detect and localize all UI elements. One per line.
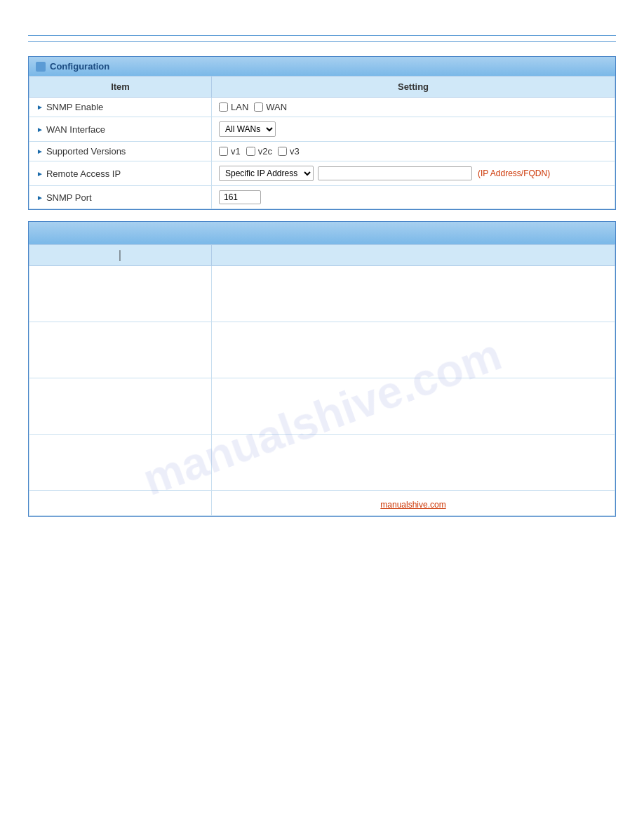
info-row-5: manualshive.com bbox=[29, 491, 615, 516]
row-arrow-snmp-enable: ► bbox=[36, 103, 43, 111]
v2c-text: v2c bbox=[258, 146, 272, 157]
bottom-link[interactable]: manualshive.com bbox=[380, 500, 445, 510]
row-arrow-port: ► bbox=[36, 194, 43, 201]
config-header-label: Configuration bbox=[50, 61, 109, 72]
snmp-enable-lan-checkbox[interactable] bbox=[219, 102, 228, 112]
v3-checkbox[interactable] bbox=[278, 147, 287, 156]
info-row-2 bbox=[29, 322, 615, 378]
remote-access-ip-select[interactable]: Specific IP Address bbox=[219, 166, 314, 181]
remote-access-ip-input[interactable] bbox=[318, 166, 472, 180]
snmp-enable-label: SNMP Enable bbox=[46, 102, 103, 112]
info-row-4-col1 bbox=[29, 435, 212, 491]
info-row-3 bbox=[29, 378, 615, 435]
info-header bbox=[29, 222, 615, 244]
snmp-enable-wan-text: WAN bbox=[266, 102, 287, 112]
snmp-enable-checkboxes: LAN WAN bbox=[219, 102, 608, 112]
mid-divider bbox=[28, 41, 616, 42]
row-supported-versions: ► Supported Versions v1 v2c bbox=[29, 142, 615, 161]
v3-text: v3 bbox=[290, 146, 300, 157]
config-table-wrapper: Configuration Item Setting ► SNMP Enable bbox=[28, 56, 616, 210]
info-row-3-col2 bbox=[212, 378, 615, 435]
snmp-enable-lan-text: LAN bbox=[231, 102, 248, 112]
wan-interface-label: WAN Interface bbox=[46, 124, 105, 135]
row-snmp-port: ► SNMP Port bbox=[29, 186, 615, 209]
ip-hint: (IP Address/FQDN) bbox=[478, 168, 550, 178]
v1-checkbox[interactable] bbox=[219, 147, 228, 156]
info-row-1-col2 bbox=[212, 266, 615, 322]
info-table-wrapper: │ bbox=[28, 221, 616, 517]
bottom-link-cell: manualshive.com bbox=[219, 499, 608, 510]
remote-access-ip-label: Remote Access IP bbox=[46, 168, 121, 179]
wan-interface-select[interactable]: All WANs bbox=[219, 121, 276, 137]
info-row-4-col2 bbox=[212, 435, 615, 491]
row-wan-interface: ► WAN Interface All WANs bbox=[29, 117, 615, 142]
row-remote-access-ip: ► Remote Access IP Specific IP Address (… bbox=[29, 161, 615, 186]
info-col2-header bbox=[212, 245, 615, 266]
supported-versions-label-cell: ► Supported Versions bbox=[36, 146, 204, 157]
remote-access-ip-label-cell: ► Remote Access IP bbox=[36, 168, 204, 179]
supported-versions-label: Supported Versions bbox=[46, 146, 126, 157]
config-table: Item Setting ► SNMP Enable bbox=[29, 76, 615, 209]
row-arrow-remote: ► bbox=[36, 170, 43, 178]
info-row-3-col1 bbox=[29, 378, 212, 435]
col-setting-header: Setting bbox=[212, 77, 615, 98]
info-row-5-col2: manualshive.com bbox=[212, 491, 615, 516]
snmp-port-input[interactable] bbox=[219, 190, 261, 204]
info-row-1-col1 bbox=[29, 266, 212, 322]
info-table: │ bbox=[29, 244, 615, 516]
remote-access-ip-setting: Specific IP Address (IP Address/FQDN) bbox=[219, 166, 608, 181]
row-arrow-wan: ► bbox=[36, 126, 43, 133]
snmp-enable-wan-label[interactable]: WAN bbox=[254, 102, 287, 112]
info-row-1 bbox=[29, 266, 615, 322]
snmp-port-label-cell: ► SNMP Port bbox=[36, 192, 204, 203]
info-col1-header: │ bbox=[29, 245, 212, 266]
config-header-icon bbox=[36, 62, 46, 72]
info-row-5-col1 bbox=[29, 491, 212, 516]
row-snmp-enable: ► SNMP Enable LAN WAN bbox=[29, 98, 615, 117]
info-row-2-col1 bbox=[29, 322, 212, 378]
v2c-checkbox[interactable] bbox=[246, 147, 255, 156]
snmp-enable-label-cell: ► SNMP Enable bbox=[36, 102, 204, 112]
snmp-port-label: SNMP Port bbox=[46, 192, 92, 203]
info-row-4 bbox=[29, 435, 615, 491]
supported-versions-checkboxes: v1 v2c v3 bbox=[219, 146, 608, 157]
v2c-label[interactable]: v2c bbox=[246, 146, 272, 157]
v1-text: v1 bbox=[231, 146, 241, 157]
v1-label[interactable]: v1 bbox=[219, 146, 241, 157]
v3-label[interactable]: v3 bbox=[278, 146, 300, 157]
top-divider bbox=[28, 35, 616, 36]
row-arrow-versions: ► bbox=[36, 147, 43, 155]
snmp-enable-wan-checkbox[interactable] bbox=[254, 102, 263, 112]
snmp-enable-lan-label[interactable]: LAN bbox=[219, 102, 248, 112]
info-row-2-col2 bbox=[212, 322, 615, 378]
wan-interface-label-cell: ► WAN Interface bbox=[36, 124, 204, 135]
col-item-header: Item bbox=[29, 77, 212, 98]
config-header: Configuration bbox=[29, 57, 615, 76]
